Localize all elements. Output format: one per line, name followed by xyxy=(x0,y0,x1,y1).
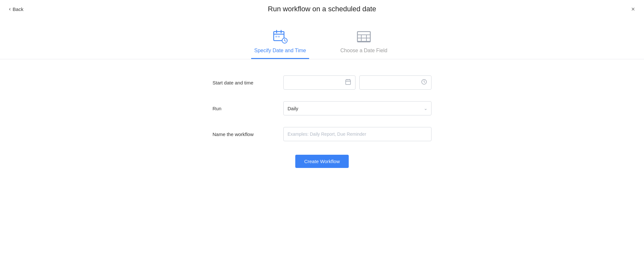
back-label: Back xyxy=(13,6,23,12)
tab-choose-date-field[interactable]: Choose a Date Field xyxy=(335,29,393,59)
back-arrow-icon: ‹ xyxy=(9,6,11,12)
top-bar: ‹ Back Run workflow on a scheduled date … xyxy=(0,0,644,18)
tabs-divider xyxy=(0,59,644,59)
name-workflow-row: Name the workflow xyxy=(213,127,431,141)
start-date-label: Start date and time xyxy=(213,80,283,85)
tab-choose-date-field-label: Choose a Date Field xyxy=(340,48,387,54)
run-select-wrapper: Daily Weekly Monthly Yearly ⌄ xyxy=(283,101,431,115)
calendar-clock-icon xyxy=(272,29,288,44)
start-date-row: Start date and time xyxy=(213,75,431,90)
time-input[interactable] xyxy=(359,75,431,90)
start-date-controls xyxy=(283,75,431,90)
close-button[interactable]: × xyxy=(631,6,635,12)
date-input[interactable] xyxy=(283,75,355,90)
name-workflow-controls xyxy=(283,127,431,141)
table-date-icon xyxy=(356,29,372,44)
svg-rect-9 xyxy=(357,32,370,42)
create-workflow-button[interactable]: Create Workflow xyxy=(295,155,349,168)
clock-input-icon xyxy=(421,79,427,87)
run-label: Run xyxy=(213,106,283,111)
tab-specify-date-time-label: Specify Date and Time xyxy=(254,48,306,54)
run-controls: Daily Weekly Monthly Yearly ⌄ xyxy=(283,101,431,115)
svg-rect-5 xyxy=(278,36,280,37)
name-workflow-input[interactable] xyxy=(283,127,431,141)
page-title: Run workflow on a scheduled date xyxy=(268,5,376,13)
run-row: Run Daily Weekly Monthly Yearly ⌄ xyxy=(213,101,431,115)
name-workflow-label: Name the workflow xyxy=(213,132,283,137)
svg-rect-15 xyxy=(346,80,351,84)
calendar-input-icon xyxy=(345,79,351,87)
run-select[interactable]: Daily Weekly Monthly Yearly xyxy=(283,101,431,115)
form-area: Start date and time xyxy=(0,75,644,168)
tab-specify-date-time[interactable]: Specify Date and Time xyxy=(251,29,309,59)
tabs-container: Specify Date and Time Choose a Date Fiel… xyxy=(0,21,644,59)
svg-rect-4 xyxy=(275,36,277,37)
back-button[interactable]: ‹ Back xyxy=(9,6,24,12)
